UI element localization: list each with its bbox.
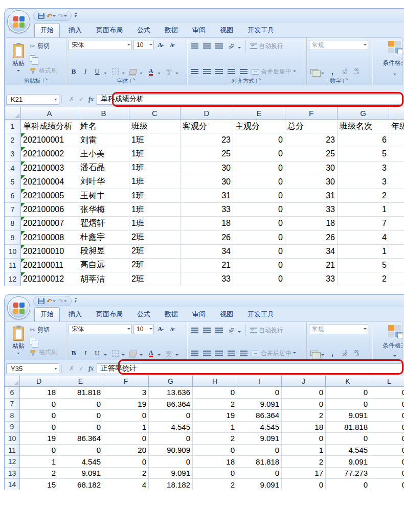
cell[interactable]: 0	[282, 479, 326, 490]
cell[interactable]: 主观分	[233, 120, 285, 133]
cell[interactable]: 0	[193, 387, 237, 399]
cell[interactable]: 68.182	[58, 479, 103, 490]
select-all-corner[interactable]	[5, 376, 20, 387]
decrease-indent-button[interactable]	[226, 66, 237, 77]
cell[interactable]: 0	[149, 433, 193, 445]
ribbon-tab-2[interactable]: 页面布局	[91, 24, 128, 37]
cell[interactable]: 0	[149, 456, 193, 468]
cell[interactable]: 高自远	[78, 259, 129, 272]
cancel-entry-button[interactable]: ✗	[68, 96, 76, 103]
currency-dropdown-icon[interactable]	[321, 73, 324, 76]
cell[interactable]: 0	[370, 456, 404, 468]
decrease-decimal-button[interactable]: .00 →.0	[351, 66, 361, 77]
column-header-J[interactable]: J	[282, 376, 326, 387]
cell[interactable]: 0	[233, 189, 285, 203]
office-button[interactable]	[7, 296, 30, 319]
select-all-corner[interactable]	[5, 107, 21, 120]
cell[interactable]: 2班	[129, 259, 181, 272]
save-button[interactable]	[38, 298, 44, 304]
cell[interactable]: 班级名次	[338, 120, 389, 133]
cell[interactable]: 4.545	[237, 422, 282, 433]
number-format-select[interactable]: 常规	[309, 324, 368, 334]
borders-dropdown-icon[interactable]	[122, 73, 125, 76]
cell[interactable]: 0	[58, 399, 103, 410]
row-header-1[interactable]: 1	[5, 120, 21, 133]
fill-color-dropdown-icon[interactable]	[140, 354, 143, 357]
row-header-12[interactable]: 12	[5, 456, 20, 468]
orientation-dropdown-icon[interactable]	[238, 47, 241, 50]
cell[interactable]: 客观分	[181, 120, 233, 133]
cell[interactable]: 0	[282, 399, 326, 410]
cell[interactable]: 4	[103, 479, 149, 490]
cell[interactable]	[389, 231, 404, 245]
cell[interactable]: 1班	[129, 217, 181, 230]
cell[interactable]: 30	[181, 161, 233, 175]
cell[interactable]: 7	[338, 217, 389, 230]
column-header-H[interactable]: H	[193, 376, 237, 387]
cell[interactable]: 1班	[129, 161, 181, 175]
cell[interactable]: 81.818	[237, 456, 282, 468]
align-center-button[interactable]	[201, 66, 212, 77]
underline-dropdown-icon[interactable]	[104, 354, 107, 357]
align-top-button[interactable]	[189, 41, 200, 51]
cell[interactable]: 33	[181, 203, 233, 217]
cell[interactable]: 3	[338, 175, 389, 189]
cell[interactable]: 81.818	[58, 387, 103, 399]
cell[interactable]: 26	[181, 231, 233, 245]
redo-button[interactable]: ↷	[58, 298, 67, 305]
cell[interactable]: 202100012	[21, 272, 78, 286]
merge-center-button[interactable]: 合并后居中	[251, 348, 297, 358]
cell[interactable]: 21	[181, 259, 233, 272]
phonetic-dropdown-icon[interactable]	[175, 354, 178, 357]
align-bottom-button[interactable]	[214, 325, 225, 335]
cell[interactable]: 30	[285, 175, 338, 189]
name-box-dropdown-icon[interactable]: ▾	[53, 97, 59, 102]
fill-color-button[interactable]	[128, 66, 138, 77]
name-box[interactable]: K21▾	[6, 94, 59, 105]
name-box[interactable]: Y35▾	[6, 363, 59, 374]
column-header-A[interactable]: A	[21, 107, 78, 120]
grow-font-button[interactable]: A▴	[155, 40, 166, 50]
cell[interactable]: 34	[181, 245, 233, 259]
cell[interactable]: 0	[20, 399, 58, 410]
cell[interactable]: 张华梅	[78, 203, 129, 217]
cell[interactable]: 0	[193, 445, 237, 456]
currency-style-button[interactable]	[309, 348, 320, 358]
cell[interactable]: 2班	[129, 245, 181, 259]
cell[interactable]: 13.636	[149, 387, 193, 399]
cell[interactable]	[389, 133, 404, 147]
cell[interactable]: 潘石晶	[78, 161, 129, 175]
comma-style-button[interactable]: ,	[327, 66, 338, 77]
cell[interactable]: 30	[181, 175, 233, 189]
formula-bar-input[interactable]: 单科成绩分析	[97, 94, 402, 105]
cell[interactable]: 202100005	[21, 189, 78, 203]
cell[interactable]: 202100008	[21, 231, 78, 245]
cell[interactable]: 6	[338, 133, 389, 147]
column-header-F[interactable]: F	[103, 376, 149, 387]
conditional-formatting-button[interactable]: 条件格式	[374, 324, 403, 358]
ribbon-tab-4[interactable]: 数据	[159, 24, 184, 37]
cell[interactable]: 202100006	[21, 203, 78, 217]
cell[interactable]	[389, 259, 404, 272]
cell[interactable]: 0	[370, 410, 404, 422]
cell[interactable]: 18	[282, 422, 326, 433]
row-header-8[interactable]: 8	[5, 410, 20, 422]
paste-button[interactable]: 粘贴	[8, 40, 29, 77]
cell[interactable]: 19	[20, 433, 58, 445]
cell[interactable]: 19	[193, 410, 237, 422]
orientation-button[interactable]: ab	[226, 325, 236, 335]
cell[interactable]: 姓名	[78, 120, 129, 133]
bold-button[interactable]: B	[69, 348, 79, 358]
cell[interactable]: 2	[193, 479, 237, 490]
cell[interactable]	[389, 189, 404, 203]
column-header-L[interactable]: L	[370, 376, 404, 387]
ribbon-tab-0[interactable]: 开始	[34, 307, 60, 321]
font-color-dropdown-icon[interactable]	[158, 354, 161, 357]
ribbon-tab-4[interactable]: 数据	[159, 308, 184, 321]
redo-button[interactable]: ↷	[58, 13, 67, 19]
cell[interactable]: 刘雷	[78, 133, 129, 147]
cell[interactable]: 0	[20, 445, 58, 456]
cell[interactable]: 0	[237, 445, 282, 456]
ribbon-tab-5[interactable]: 审阅	[187, 308, 211, 321]
customize-qat-button[interactable]: ▾	[75, 298, 77, 304]
